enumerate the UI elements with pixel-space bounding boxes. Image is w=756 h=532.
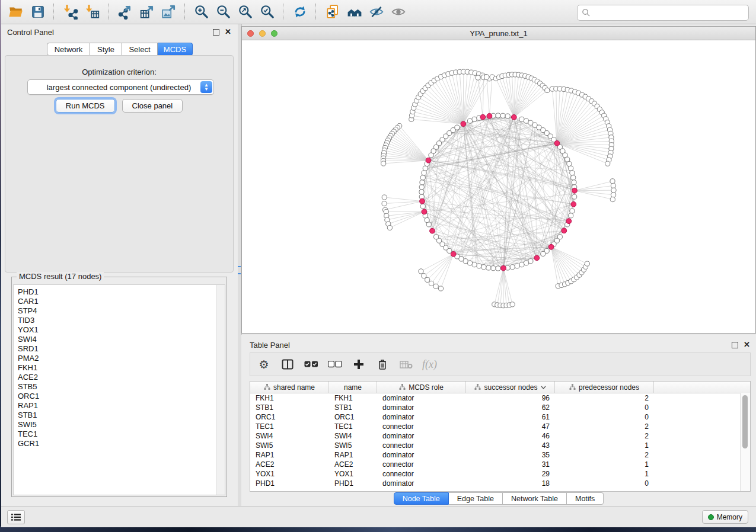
network-node[interactable] — [422, 274, 426, 278]
network-node[interactable] — [491, 266, 496, 271]
mcds-result-item[interactable]: FKH1 — [14, 363, 216, 373]
network-node[interactable] — [382, 201, 387, 206]
search-input[interactable] — [593, 7, 748, 20]
tab-edge-table[interactable]: Edge Table — [449, 492, 503, 505]
network-node[interactable] — [477, 264, 481, 268]
network-node[interactable] — [515, 264, 519, 268]
table-row[interactable]: SWI5SWI5connector431 — [250, 441, 741, 450]
mcds-result-item[interactable]: SWI4 — [14, 335, 216, 344]
tab-style[interactable]: Style — [90, 43, 122, 56]
network-node[interactable] — [545, 88, 550, 92]
mcds-result-item[interactable]: STP4 — [14, 306, 216, 316]
delete-column-button[interactable] — [375, 357, 390, 372]
table-row[interactable]: STB1STB1dominator620 — [250, 403, 741, 412]
mcds-node[interactable] — [534, 255, 540, 261]
tab-node-table[interactable]: Node Table — [394, 492, 449, 505]
network-node[interactable] — [570, 171, 575, 175]
network-node[interactable] — [496, 113, 500, 118]
network-node[interactable] — [519, 117, 524, 121]
mcds-node[interactable] — [511, 114, 516, 120]
network-node[interactable] — [500, 113, 505, 118]
network-node[interactable] — [476, 75, 480, 80]
network-node[interactable] — [472, 117, 477, 121]
float-panel-icon[interactable] — [213, 28, 219, 37]
mcds-result-item[interactable]: STB5 — [14, 382, 216, 392]
hide-details-button[interactable] — [365, 2, 387, 22]
table-scrollbar-thumb[interactable] — [742, 395, 748, 448]
mcds-result-item[interactable]: SWI5 — [14, 420, 216, 430]
open-file-button[interactable] — [5, 2, 27, 22]
network-node[interactable] — [423, 166, 428, 171]
network-node[interactable] — [472, 262, 477, 267]
network-node[interactable] — [572, 180, 576, 185]
mcds-node[interactable] — [420, 198, 425, 204]
network-node[interactable] — [387, 225, 392, 230]
network-node[interactable] — [420, 180, 425, 185]
network-node[interactable] — [510, 265, 515, 270]
network-node[interactable] — [433, 284, 438, 289]
network-node[interactable] — [605, 161, 610, 166]
mcds-node[interactable] — [566, 219, 572, 224]
network-node[interactable] — [425, 277, 430, 282]
network-node[interactable] — [611, 188, 616, 193]
network-node[interactable] — [572, 194, 577, 199]
table-row[interactable]: TEC1TEC1connector472 — [250, 422, 741, 431]
save-session-button[interactable] — [27, 2, 49, 22]
network-node[interactable] — [429, 281, 434, 286]
table-row[interactable]: RAP1RAP1dominator352 — [250, 450, 741, 460]
tab-network-table[interactable]: Network Table — [503, 492, 567, 505]
network-node[interactable] — [422, 171, 426, 175]
network-node[interactable] — [420, 175, 425, 180]
network-node[interactable] — [505, 114, 510, 118]
network-node[interactable] — [570, 209, 575, 213]
first-neighbors-button[interactable] — [343, 2, 365, 22]
mcds-result-item[interactable]: YOX1 — [14, 325, 216, 335]
network-node[interactable] — [610, 179, 615, 184]
mcds-node[interactable] — [548, 244, 554, 249]
splitter-handle[interactable] — [238, 266, 241, 274]
network-node[interactable] — [434, 235, 439, 239]
mcds-result-item[interactable]: PMA2 — [14, 354, 216, 363]
mcds-result-item[interactable]: STB1 — [14, 411, 216, 420]
close-panel-icon[interactable]: ✕ — [225, 28, 231, 35]
network-node[interactable] — [481, 265, 486, 270]
network-canvas[interactable] — [242, 40, 755, 333]
mcds-result-item[interactable]: TEC1 — [14, 430, 216, 439]
network-node[interactable] — [569, 166, 573, 171]
show-details-button[interactable] — [387, 2, 409, 22]
export-image-button[interactable] — [158, 2, 180, 22]
zoom-selected-button[interactable] — [256, 2, 278, 22]
network-node[interactable] — [419, 190, 424, 194]
network-node[interactable] — [419, 269, 423, 274]
mcds-node[interactable] — [554, 140, 560, 146]
tab-mcds[interactable]: MCDS — [158, 43, 193, 56]
mcds-node[interactable] — [426, 158, 431, 163]
column-header-MCDS-role[interactable]: MCDS role — [377, 382, 466, 393]
table-row[interactable]: PHD1PHD1dominator180 — [250, 479, 741, 488]
close-panel-button[interactable]: Close panel — [122, 99, 183, 113]
float-panel-icon[interactable] — [732, 341, 738, 350]
network-node[interactable] — [567, 161, 572, 166]
mcds-node[interactable] — [562, 228, 567, 233]
network-node[interactable] — [519, 262, 524, 267]
mcds-result-item[interactable]: TID3 — [14, 316, 216, 325]
mcds-result-item[interactable]: RAP1 — [14, 401, 216, 411]
mcds-result-item[interactable]: GCR1 — [14, 439, 216, 448]
optimization-criterion-dropdown[interactable]: largest connected component (undirected)… — [27, 79, 214, 95]
table-scrollbar-track[interactable] — [740, 393, 750, 491]
mcds-result-item[interactable]: ACE2 — [14, 373, 216, 382]
mcds-result-item[interactable]: PHD1 — [14, 287, 216, 297]
mcds-result-item[interactable]: CAR1 — [14, 297, 216, 306]
network-node[interactable] — [420, 204, 425, 209]
list-scrollbar-track[interactable] — [216, 285, 225, 495]
export-table-button[interactable] — [136, 2, 158, 22]
network-node[interactable] — [381, 161, 386, 166]
network-node[interactable] — [425, 217, 429, 222]
network-node[interactable] — [571, 175, 576, 180]
close-panel-icon[interactable]: ✕ — [744, 341, 750, 348]
show-columns-button[interactable] — [280, 357, 295, 372]
zoom-fit-button[interactable] — [234, 2, 256, 22]
column-header-predecessor-nodes[interactable]: predecessor nodes — [555, 382, 654, 393]
network-node[interactable] — [484, 75, 489, 79]
table-row[interactable]: FKH1FKH1dominator962 — [250, 393, 741, 403]
